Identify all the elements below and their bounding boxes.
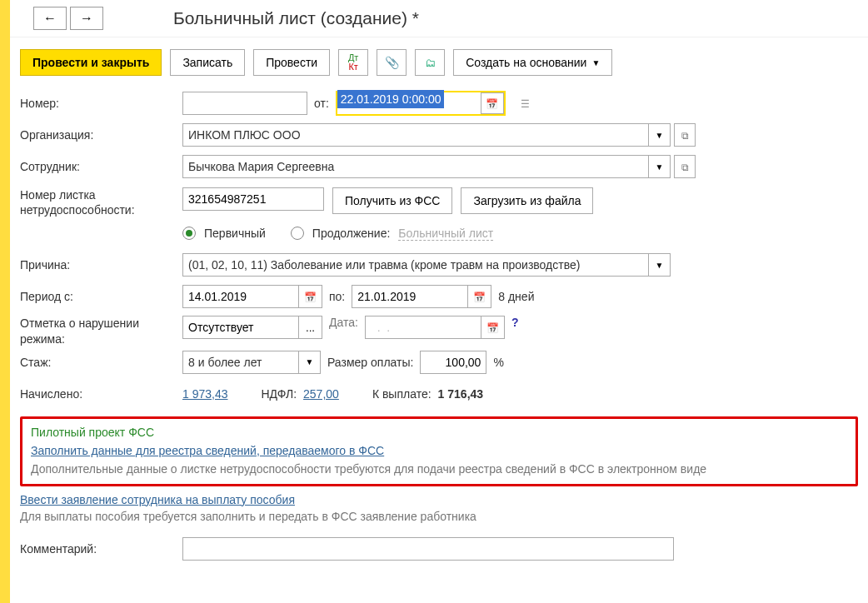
- calendar-icon: [304, 291, 317, 303]
- employee-label: Сотрудник:: [20, 160, 182, 173]
- fss-pilot-box: Пилотный проект ФСС Заполнить данные для…: [20, 416, 858, 486]
- reason-value: (01, 02, 10, 11) Заболевание или травма …: [188, 258, 580, 272]
- organization-value: ИНКОМ ПЛЮС ООО: [188, 128, 301, 142]
- fss-fill-link[interactable]: Заполнить данные для реестра сведений, п…: [31, 444, 384, 457]
- create-based-on-label: Создать на основании: [466, 56, 586, 69]
- stage-label: Стаж:: [20, 356, 182, 369]
- chevron-down-icon: ▼: [591, 58, 600, 67]
- employee-open-button[interactable]: [674, 155, 696, 178]
- structure-icon: [425, 56, 436, 69]
- nav-forward-button[interactable]: →: [70, 7, 103, 30]
- load-from-file-button[interactable]: Загрузить из файла: [461, 187, 593, 214]
- period-from-label: Период с:: [20, 290, 182, 303]
- payrate-label: Размер оплаты:: [327, 356, 413, 369]
- number-label: Номер:: [20, 97, 182, 110]
- accrued-label: Начислено:: [20, 387, 182, 401]
- document-date-input[interactable]: 22.01.2019 0:00:00: [337, 92, 481, 114]
- violation-input[interactable]: [182, 316, 299, 339]
- stage-dropdown-button[interactable]: ▼: [299, 351, 321, 374]
- dt-kt-button[interactable]: ДтКт: [338, 49, 368, 76]
- document-date-wrap: 22.01.2019 0:00:00: [336, 91, 506, 116]
- nav-back-button[interactable]: ←: [33, 7, 67, 30]
- accrued-link[interactable]: 1 973,43: [182, 387, 228, 401]
- application-link[interactable]: Ввести заявление сотрудника на выплату п…: [20, 493, 295, 506]
- radio-continuation[interactable]: [291, 227, 304, 240]
- continuation-link[interactable]: Больничный лист: [398, 227, 493, 241]
- organization-input[interactable]: ИНКОМ ПЛЮС ООО: [182, 123, 649, 147]
- get-from-fss-button[interactable]: Получить из ФСС: [332, 187, 452, 214]
- create-based-on-button[interactable]: Создать на основании ▼: [453, 49, 612, 76]
- percent-label: %: [493, 356, 503, 369]
- radio-primary-label: Первичный: [204, 227, 266, 240]
- violation-select-button[interactable]: ...: [299, 316, 322, 339]
- payout-label: К выплате:: [372, 387, 432, 401]
- page-title: Больничный лист (создание) *: [173, 8, 419, 28]
- list-icon[interactable]: [521, 97, 530, 110]
- paperclip-icon: [385, 56, 399, 69]
- ndfl-label: НДФЛ:: [262, 387, 297, 401]
- document-date-value: 22.01.2019 0:00:00: [337, 90, 445, 108]
- attachments-button[interactable]: [377, 49, 407, 76]
- document-date-picker-button[interactable]: [481, 92, 504, 114]
- save-button[interactable]: Записать: [170, 49, 245, 76]
- employee-input[interactable]: Бычкова Мария Сергеевна: [182, 155, 649, 178]
- reason-dropdown-button[interactable]: ▼: [649, 253, 671, 277]
- ndfl-link[interactable]: 257,00: [303, 387, 339, 401]
- comment-label: Комментарий:: [20, 542, 182, 556]
- sicklist-number-label: Номер листка нетрудоспособности:: [20, 187, 182, 217]
- organization-dropdown-button[interactable]: ▼: [649, 123, 671, 147]
- organization-open-button[interactable]: [674, 123, 696, 147]
- toolbar: Провести и закрыть Записать Провести ДтК…: [10, 37, 868, 87]
- violation-date-input[interactable]: [365, 316, 481, 339]
- help-icon[interactable]: ?: [511, 316, 519, 329]
- violation-label: Отметка о нарушении режима:: [20, 316, 182, 346]
- chevron-down-icon: ▼: [656, 131, 664, 140]
- fss-note: Дополнительные данные о листке нетрудосп…: [31, 462, 847, 476]
- dt-kt-icon: ДтКт: [348, 53, 359, 72]
- application-note: Для выплаты пособия требуется заполнить …: [20, 510, 858, 523]
- employee-dropdown-button[interactable]: ▼: [649, 155, 671, 178]
- employee-value: Бычкова Мария Сергеевна: [188, 160, 334, 173]
- post-and-close-button[interactable]: Провести и закрыть: [20, 49, 162, 76]
- fss-pilot-title: Пилотный проект ФСС: [31, 426, 847, 439]
- payrate-input[interactable]: [420, 351, 486, 374]
- calendar-icon: [486, 97, 498, 110]
- period-to-label: по:: [329, 290, 345, 303]
- period-from-input[interactable]: [182, 285, 299, 308]
- chevron-down-icon: ▼: [306, 357, 314, 366]
- violation-date-label: Дата:: [329, 316, 358, 329]
- period-to-picker-button[interactable]: [468, 285, 491, 308]
- violation-date-picker-button[interactable]: [481, 316, 505, 339]
- app-left-stripe: [0, 0, 10, 565]
- sicklist-number-input[interactable]: [182, 187, 324, 211]
- radio-primary[interactable]: [182, 227, 196, 240]
- period-days: 8 дней: [498, 290, 534, 303]
- payout-value: 1 716,43: [438, 387, 484, 401]
- open-external-icon: [681, 129, 689, 142]
- post-button[interactable]: Провести: [253, 49, 330, 76]
- stage-value: 8 и более лет: [188, 356, 262, 369]
- date-from-label: от:: [314, 97, 329, 110]
- chevron-down-icon: ▼: [656, 162, 664, 172]
- stage-input[interactable]: 8 и более лет: [182, 351, 299, 374]
- header: ← → Больничный лист (создание) *: [10, 0, 868, 37]
- calendar-icon: [473, 291, 486, 303]
- calendar-icon: [486, 321, 499, 334]
- reason-input[interactable]: (01, 02, 10, 11) Заболевание или травма …: [182, 253, 649, 277]
- period-to-input[interactable]: [352, 285, 468, 308]
- radio-continuation-label: Продолжение:: [312, 227, 391, 240]
- comment-input[interactable]: [182, 537, 674, 561]
- open-external-icon: [681, 161, 689, 173]
- chevron-down-icon: ▼: [656, 261, 664, 270]
- number-input[interactable]: [182, 92, 307, 115]
- structure-button[interactable]: [415, 49, 445, 76]
- organization-label: Организация:: [20, 128, 182, 142]
- period-from-picker-button[interactable]: [299, 285, 322, 308]
- reason-label: Причина:: [20, 258, 182, 272]
